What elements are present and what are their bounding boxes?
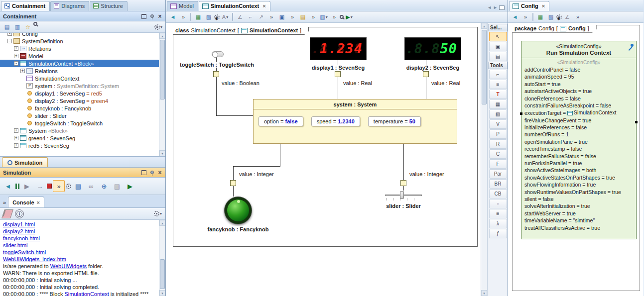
nav-back-icon[interactable]: ◄ bbox=[487, 5, 492, 10]
slot-speed[interactable]: speed = 1.2340 bbox=[311, 116, 360, 126]
console-scrollbar[interactable]: ▲ ▼ bbox=[159, 220, 165, 296]
toggleswitch-part-label[interactable]: toggleSwitch : ToggleSwitch bbox=[176, 62, 258, 68]
toolbar-overflow-icon[interactable]: » bbox=[178, 12, 188, 22]
console-info-icon[interactable]: i bbox=[15, 209, 24, 218]
sticky-selection-icon[interactable]: ▣ bbox=[489, 42, 507, 51]
tree-item-relations1[interactable]: + Relations bbox=[0, 45, 159, 52]
display1-part-label[interactable]: display1 : SevenSeg bbox=[310, 65, 367, 71]
tab-close-icon[interactable]: × bbox=[542, 3, 545, 9]
tree-expander[interactable]: + bbox=[14, 143, 18, 148]
resume-icon[interactable]: ▶ bbox=[21, 180, 33, 192]
display1-value-port[interactable] bbox=[335, 71, 341, 77]
tree-item-simulationcontext-diagram[interactable]: SimulationContext bbox=[0, 75, 159, 82]
fancyknob-widget[interactable] bbox=[224, 197, 252, 224]
search-icon[interactable] bbox=[33, 22, 37, 26]
toolbar-overflow-icon[interactable]: » bbox=[520, 12, 530, 22]
toolbar-overflow-icon[interactable]: » bbox=[329, 12, 339, 22]
diagram-properties-icon[interactable]: ▧ bbox=[204, 12, 214, 22]
toolbar-overflow-icon[interactable]: » bbox=[308, 12, 318, 22]
fancyknob-part-label[interactable]: fancyknob : Fancyknob bbox=[198, 226, 278, 232]
containment-tree-icon[interactable]: ▦ bbox=[193, 12, 203, 22]
diagram-properties-icon[interactable]: ▧ bbox=[546, 12, 556, 22]
tab-close-icon[interactable]: × bbox=[262, 3, 265, 9]
settings-gear-icon[interactable]: ▾ bbox=[214, 14, 220, 20]
system-part-box[interactable]: system : System option = false speed bbox=[253, 99, 457, 144]
config-canvas[interactable]: package Config [ Config ] «SimulationCon… bbox=[508, 23, 644, 296]
zoom-search-icon[interactable] bbox=[340, 15, 344, 19]
toolbar-overflow-icon[interactable]: » bbox=[287, 12, 297, 22]
collapse-all-icon[interactable]: ▥ bbox=[12, 22, 22, 32]
reference-tool-icon[interactable]: R bbox=[489, 139, 507, 149]
palette-selection-header[interactable]: Sel... bbox=[488, 24, 508, 31]
rectilinear-path-icon[interactable]: ∠ bbox=[235, 12, 245, 22]
display2-part-label[interactable]: display2 : SevenSeg bbox=[404, 65, 461, 71]
tree-item-model[interactable]: + Model bbox=[0, 52, 159, 60]
float-window-icon[interactable] bbox=[140, 13, 147, 19]
trace-links-icon[interactable]: ∞ bbox=[85, 180, 97, 192]
tree-item-relations2[interactable]: + Relations bbox=[0, 67, 159, 75]
tree-expander[interactable]: + bbox=[20, 69, 25, 73]
console-link[interactable]: slider.html bbox=[3, 242, 28, 248]
participant-tool-icon[interactable]: Par bbox=[489, 169, 507, 179]
lambda-tool-icon[interactable]: λ bbox=[489, 219, 507, 228]
tree-item-simulationcontext-block[interactable]: - SimulationContext «Block» bbox=[0, 60, 159, 67]
function-tool-icon[interactable]: ƒ bbox=[489, 229, 507, 238]
simulation-options-gear-icon[interactable] bbox=[66, 184, 71, 189]
display1-sevenseg-widget[interactable]: 8.8.8.8 1.234 bbox=[310, 37, 367, 60]
close-window-icon[interactable]: × bbox=[156, 169, 163, 176]
console-close-icon[interactable]: × bbox=[37, 199, 40, 205]
anchor-tool-icon[interactable]: ⌐ bbox=[489, 70, 507, 79]
containment-tree-icon[interactable]: ▦ bbox=[535, 12, 545, 22]
image-shape-icon[interactable]: ▣ bbox=[277, 12, 287, 22]
pin-window-icon[interactable] bbox=[148, 169, 155, 176]
tab-console[interactable]: Console × bbox=[8, 197, 44, 207]
close-window-icon[interactable]: × bbox=[156, 13, 163, 19]
tree-expander[interactable]: + bbox=[14, 46, 18, 51]
separator[interactable] bbox=[232, 13, 233, 21]
console-link[interactable]: toggleSwitch.html bbox=[3, 249, 46, 255]
tree-item-systemdefinition[interactable]: - SystemDefinition bbox=[0, 37, 159, 45]
run-icon[interactable]: ▶ ▾ bbox=[344, 12, 354, 22]
tab-config[interactable]: Config × bbox=[509, 1, 549, 11]
display2-value-port[interactable] bbox=[423, 71, 429, 77]
connector-line[interactable] bbox=[233, 166, 280, 167]
separator-tool-icon[interactable]: ≡ bbox=[489, 80, 507, 89]
containment-options-gear-icon[interactable]: ▾ bbox=[153, 22, 163, 32]
console-link[interactable]: display2.html bbox=[3, 228, 35, 234]
animation-back-icon[interactable]: ◄ bbox=[2, 180, 14, 192]
value-type-tool-icon[interactable]: V bbox=[489, 119, 507, 129]
nav-forward-icon[interactable]: ► bbox=[493, 5, 498, 10]
console-options-gear-icon[interactable]: ▾ bbox=[153, 209, 162, 218]
terminate-icon[interactable] bbox=[47, 184, 52, 189]
tab-simulation[interactable]: Simulation bbox=[2, 157, 48, 167]
pin-icon[interactable] bbox=[628, 43, 634, 50]
part-tool-icon[interactable]: P bbox=[489, 129, 507, 139]
clear-console-icon[interactable] bbox=[1, 209, 13, 218]
tab-model[interactable]: Model bbox=[167, 1, 198, 11]
connector-line[interactable] bbox=[338, 77, 338, 99]
export-results-icon[interactable]: ▥ bbox=[111, 180, 123, 192]
console-link[interactable]: fancyknob.html bbox=[3, 235, 40, 241]
settings-gear-icon[interactable]: ▾ bbox=[556, 14, 562, 20]
port-tool-icon[interactable]: ▫ bbox=[489, 199, 507, 208]
slot-temperature[interactable]: temperature = 50 bbox=[368, 116, 421, 126]
note-icon[interactable]: ▤ bbox=[298, 12, 308, 22]
diagram-tool-icon[interactable]: ▧ bbox=[489, 109, 507, 119]
connector-line[interactable] bbox=[403, 144, 404, 180]
binding-ref-tool-icon[interactable]: BR bbox=[489, 179, 507, 189]
expand-all-icon[interactable]: ▤ bbox=[2, 22, 12, 32]
navigate-back-icon[interactable]: ◄ bbox=[510, 12, 520, 22]
console-overflow-icon[interactable]: » bbox=[3, 199, 6, 207]
call-behaviors-icon[interactable]: ▤ bbox=[72, 180, 84, 192]
separator[interactable] bbox=[532, 13, 533, 21]
constraint-tool-icon[interactable]: C bbox=[489, 149, 507, 159]
tree-expander[interactable]: + bbox=[14, 128, 18, 133]
toggle-switch-widget[interactable] bbox=[212, 51, 224, 57]
separator[interactable] bbox=[190, 13, 191, 21]
console-link[interactable]: SimulationContext bbox=[65, 291, 109, 296]
scroll-up-icon[interactable]: ▲ bbox=[159, 220, 165, 226]
tree-item-display1[interactable]: display1 : SevenSeg = red5 bbox=[0, 90, 159, 97]
more-tools-icon[interactable]: ≡ bbox=[489, 209, 507, 218]
slider-part-label[interactable]: slider : Slider bbox=[378, 203, 429, 209]
selection-handle[interactable] bbox=[635, 121, 638, 123]
